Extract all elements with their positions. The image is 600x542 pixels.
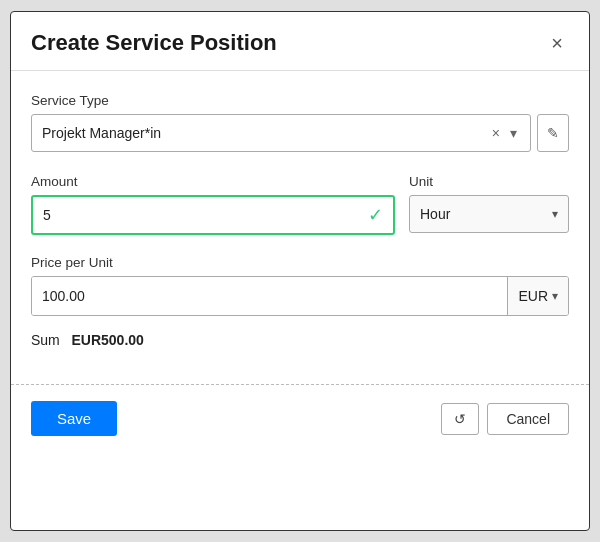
price-per-unit-label: Price per Unit [31, 255, 569, 270]
service-type-value: Projekt Manager*in [42, 125, 489, 141]
dialog-divider [11, 384, 589, 385]
service-type-select[interactable]: Projekt Manager*in × ▾ [31, 114, 531, 152]
unit-select[interactable]: Hour ▾ [409, 195, 569, 233]
service-type-icons: × ▾ [489, 123, 520, 143]
sum-label: Sum [31, 332, 60, 348]
dialog-footer: Save ↺ Cancel [11, 401, 589, 452]
reset-button[interactable]: ↺ [441, 403, 479, 435]
dialog-header: Create Service Position × [11, 12, 589, 71]
unit-dropdown-arrow: ▾ [552, 207, 558, 221]
sum-value: EUR500.00 [71, 332, 143, 348]
save-button[interactable]: Save [31, 401, 117, 436]
service-type-clear-button[interactable]: × [489, 123, 503, 143]
currency-value: EUR [518, 288, 548, 304]
service-type-row: Projekt Manager*in × ▾ ✎ [31, 114, 569, 152]
unit-value: Hour [420, 206, 552, 222]
currency-dropdown-arrow: ▾ [552, 289, 558, 303]
service-type-edit-button[interactable]: ✎ [537, 114, 569, 152]
close-button[interactable]: × [545, 31, 569, 55]
create-service-position-dialog: Create Service Position × Service Type P… [10, 11, 590, 531]
service-type-label-row: Service Type [31, 93, 569, 108]
cancel-button[interactable]: Cancel [487, 403, 569, 435]
right-footer-buttons: ↺ Cancel [441, 403, 569, 435]
service-type-dropdown-button[interactable]: ▾ [507, 123, 520, 143]
price-label-row: Price per Unit [31, 255, 569, 270]
check-icon: ✓ [368, 204, 383, 226]
dialog-body: Service Type Projekt Manager*in × ▾ ✎ Am… [11, 71, 589, 384]
currency-select[interactable]: EUR ▾ [507, 277, 568, 315]
amount-input-wrapper: ✓ [31, 195, 395, 235]
price-unit-row: EUR ▾ [31, 276, 569, 316]
service-type-label: Service Type [31, 93, 569, 108]
amount-unit-row: Amount ✓ Unit Hour ▾ [31, 174, 569, 235]
amount-label: Amount [31, 174, 395, 189]
unit-group: Unit Hour ▾ [409, 174, 569, 235]
sum-row: Sum EUR500.00 [31, 332, 569, 348]
amount-group: Amount ✓ [31, 174, 395, 235]
edit-icon: ✎ [547, 125, 559, 141]
unit-label: Unit [409, 174, 569, 189]
dialog-title: Create Service Position [31, 30, 277, 56]
price-input[interactable] [32, 277, 507, 315]
reset-icon: ↺ [454, 411, 466, 427]
amount-input[interactable] [43, 207, 364, 223]
